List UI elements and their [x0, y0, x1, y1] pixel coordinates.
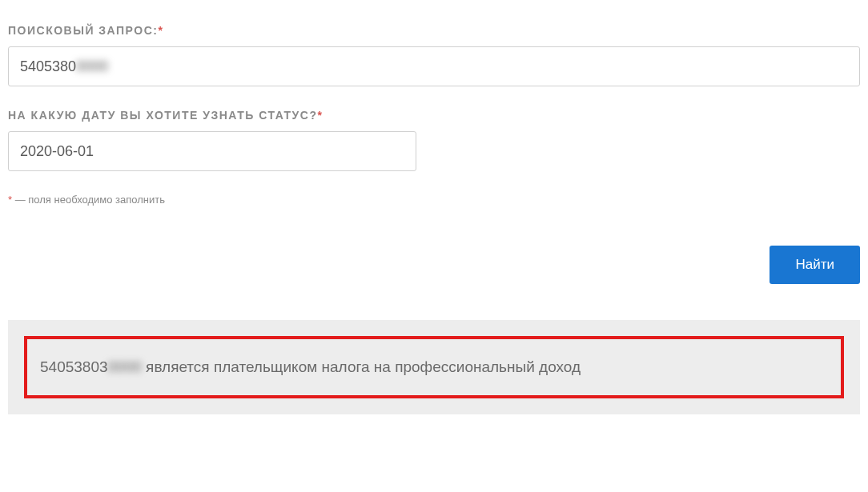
search-input[interactable]: 54053800000 [8, 46, 860, 86]
date-label: НА КАКУЮ ДАТУ ВЫ ХОТИТЕ УЗНАТЬ СТАТУС?* [8, 109, 860, 122]
result-box: 540538030000 является плательщиком налог… [24, 336, 844, 398]
result-text: 540538030000 является плательщиком налог… [40, 358, 828, 376]
search-button[interactable]: Найти [770, 246, 860, 284]
result-panel: 540538030000 является плательщиком налог… [8, 320, 860, 414]
note-text: — поля необходимо заполнить [12, 194, 165, 206]
required-note: * — поля необходимо заполнить [8, 194, 860, 206]
search-query-label: ПОИСКОВЫЙ ЗАПРОС:* [8, 24, 860, 37]
button-row: Найти [8, 246, 860, 284]
result-message: является плательщиком налога на професси… [142, 358, 581, 375]
result-id-hidden: 0000 [108, 358, 142, 376]
required-marker: * [158, 24, 163, 37]
search-label-text: ПОИСКОВЫЙ ЗАПРОС: [8, 24, 158, 37]
required-marker: * [317, 109, 323, 122]
search-query-group: ПОИСКОВЫЙ ЗАПРОС:* 54053800000 [8, 24, 860, 86]
date-label-text: НА КАКУЮ ДАТУ ВЫ ХОТИТЕ УЗНАТЬ СТАТУС? [8, 109, 317, 122]
search-value-prefix: 5405380 [20, 58, 76, 75]
date-group: НА КАКУЮ ДАТУ ВЫ ХОТИТЕ УЗНАТЬ СТАТУС?* [8, 109, 860, 171]
date-input[interactable] [8, 131, 416, 171]
search-value-hidden: 0000 [76, 58, 108, 75]
result-id-prefix: 54053803 [40, 358, 108, 375]
